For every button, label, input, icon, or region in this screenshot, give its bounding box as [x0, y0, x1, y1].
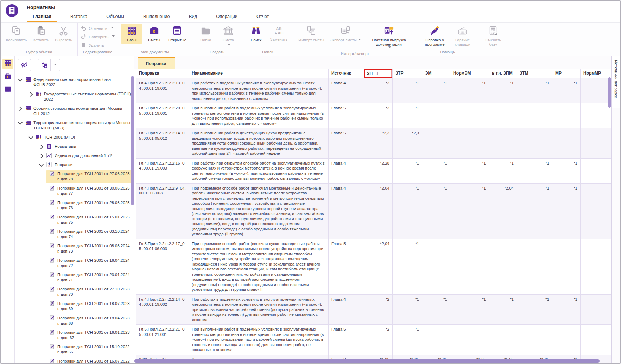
tree-chevron-icon[interactable]: [39, 162, 44, 167]
tree-item[interactable]: Нормативы: [36, 142, 133, 151]
column-header-mr[interactable]: МР: [552, 69, 581, 78]
tree-scrollbar-thumb[interactable]: [131, 76, 134, 205]
table-row[interactable]: Гл.5.Прил.2.2.п.2.2.14_05 .00.01.05.012 …: [136, 128, 611, 159]
tab-glavnaya[interactable]: Главная: [23, 11, 61, 22]
tree-item-label: Поправки для ТСН-2001 от 08.08.2024 г. д…: [57, 243, 132, 254]
export-estimate-button[interactable]: Экспорт сметы: [328, 24, 363, 44]
vertical-scrollbar-thumb[interactable]: [608, 77, 611, 108]
app-title: Нормативы: [27, 5, 55, 10]
paste-button[interactable]: Вставить: [30, 24, 52, 44]
tree-item[interactable]: Поправки для ТСН-2001 от 03.10.2024 г. д…: [46, 228, 133, 241]
tree-item[interactable]: Сборник стоимостных нормативов для Москв…: [15, 104, 133, 118]
redo-caret-icon[interactable]: [112, 35, 115, 38]
column-header-zp[interactable]: ЗП: [364, 69, 393, 78]
tree-item[interactable]: Территориальные сметные нормативы для Мо…: [15, 119, 133, 132]
tree-item[interactable]: Федеральная сметная нормативная база ФСН…: [15, 76, 133, 89]
column-header-ztr[interactable]: ЗТР: [393, 69, 422, 78]
redo-button[interactable]: Повторить: [81, 33, 115, 40]
tree-chevron-icon[interactable]: [18, 120, 23, 126]
undo-button[interactable]: Отменить: [81, 25, 115, 32]
tree-item[interactable]: Поправки для ТСН-2001 от 16.01.2023 г. д…: [46, 328, 133, 342]
tree-item[interactable]: Поправки для ТСН-2001 от 23.01.2024 г. д…: [46, 271, 133, 284]
column-header-em[interactable]: ЭМ: [422, 69, 450, 78]
tree-item[interactable]: Поправки для ТСН-2001 от 15.07.2022 г. д…: [46, 357, 133, 363]
tree-item[interactable]: Поправки для ТСН-2001 от 08.08.2024 г. д…: [46, 242, 133, 255]
tab-operacii[interactable]: Операции: [207, 11, 247, 22]
replace-button[interactable]: AB↳AC Заменить: [268, 24, 290, 43]
search-button[interactable]: Поиск: [245, 24, 267, 44]
export-estimate-caret-icon[interactable]: [358, 39, 361, 42]
tree-item[interactable]: Поправки для ТСН-2001 от 27.10.2023 г. д…: [46, 285, 133, 299]
copy-button[interactable]: Копировать: [4, 24, 29, 44]
batch-export-caret-icon[interactable]: [388, 46, 391, 50]
hide-items-button[interactable]: [18, 59, 31, 71]
cell-normmr: [581, 158, 611, 183]
estimates-button[interactable]: Сметы: [143, 24, 165, 44]
tree-item[interactable]: Поправки для ТСН-2001 от 28.03.2025 г. д…: [46, 199, 133, 212]
tree-item[interactable]: Поправки для ТСН-2001 от 18.07.2023 г. д…: [46, 300, 133, 313]
strip-estimates-button[interactable]: [2, 72, 13, 82]
table-row[interactable]: Гл.4.Прил.2.2.п.2.2.15_04 .00.01.19.003 …: [136, 158, 611, 183]
column-header-normem[interactable]: НормЭМ: [450, 69, 489, 78]
hotkeys-button[interactable]: Горячие клавиши: [450, 24, 475, 48]
column-header-ztm[interactable]: ЗТМ: [517, 69, 552, 78]
tree-item[interactable]: Поправки для ТСН-2001 от 30.06.2025 г. д…: [46, 184, 133, 198]
delete-button[interactable]: Удалить: [81, 42, 115, 49]
tree-chevron-icon[interactable]: [18, 77, 23, 82]
column-header-normmr[interactable]: НормМР: [581, 69, 611, 78]
new-estimate-button[interactable]: Смета: [217, 24, 239, 48]
tab-vstavka[interactable]: Вставка: [61, 11, 97, 22]
table-row[interactable]: Гл.4.Прил.2.2.п.2.2.13_04 .00.01.19.001 …: [136, 78, 611, 103]
tree-item[interactable]: Индексы для дополнений 1-72: [36, 152, 133, 160]
cell-istochnik: Глава 5: [329, 128, 364, 159]
tree-item[interactable]: Поправки для ТСН-2001 от 16.04.2024 г. д…: [46, 256, 133, 270]
column-header-istochnik[interactable]: Источник: [329, 69, 364, 78]
open-documents-button[interactable]: Открытые: [166, 24, 189, 44]
cell-ztm: [517, 239, 552, 294]
corrections-table-body: Гл.4.Прил.2.2.п.2.2.13_04 .00.01.19.001 …: [136, 78, 611, 364]
tree-item[interactable]: Поправки для ТСН-2001 от 15.01.2025 г. д…: [46, 213, 133, 226]
tree-item[interactable]: Поправки для ТСН-2001 от 15.10.2022 г. д…: [46, 343, 133, 356]
column-header-popravka[interactable]: Поправка: [136, 69, 189, 78]
tree-item[interactable]: ТСН-2001 (МГЭ): [25, 133, 133, 141]
strip-bases-button[interactable]: [2, 59, 13, 69]
import-estimate-button[interactable]: Импорт сметы: [296, 24, 327, 44]
sources-panel-tab[interactable]: Источники поправок: [612, 56, 620, 108]
table-row[interactable]: Гл.5.Прил.2.2.п.2.2.21_05 .00.01.21.001 …: [136, 325, 611, 355]
tab-otchet[interactable]: Отчет: [247, 11, 279, 22]
tab-vypolnenie[interactable]: Выполнение: [134, 11, 179, 22]
undo-caret-icon[interactable]: [111, 27, 114, 30]
table-row[interactable]: Гл.5.Прил.2.2.п.2.2.17_05 .00.01.06.003 …: [136, 239, 611, 294]
tree-item[interactable]: Поправки: [36, 161, 133, 169]
cell-mr: *1: [552, 158, 581, 183]
tree-layout-main-button[interactable]: [38, 59, 51, 71]
strip-open-docs-button[interactable]: [2, 85, 13, 95]
cut-button[interactable]: Вырезать: [52, 24, 75, 44]
tree-chevron-icon[interactable]: [39, 144, 44, 149]
tab-popravki[interactable]: Поправки: [138, 57, 175, 69]
table-row[interactable]: Гл.4.Прил.2.2.п.2.2.9_04. 00.01.06.003 П…: [136, 183, 611, 239]
tree-chevron-icon[interactable]: [39, 153, 44, 158]
tree-item[interactable]: Государственные сметные нормативы (ГЭСН)…: [25, 90, 133, 103]
about-button[interactable]: Справка о программе: [420, 24, 450, 48]
tree-item[interactable]: Поправки для ТСН-2001 от 27.08.2025 г. д…: [46, 170, 133, 183]
horizontal-scrollbar[interactable]: [134, 359, 600, 363]
tab-obyomy[interactable]: Объёмы: [97, 11, 134, 22]
table-row[interactable]: Гл.5.Прил.2.2.п.2.2.20_05 .00.01.19.001 …: [136, 103, 611, 128]
tree-item[interactable]: Поправки для ТСН-2001 от 18.04.2023 г. д…: [46, 314, 133, 327]
group-help: Справка о программе Горячие клавиши Помо…: [417, 23, 478, 56]
tree-chevron-icon[interactable]: [28, 135, 34, 140]
column-header-vtch-zpm[interactable]: в т.ч. ЗПМ: [489, 69, 517, 78]
new-folder-button[interactable]: Папка: [195, 24, 217, 44]
tree-chevron-icon[interactable]: [28, 91, 34, 97]
cell-zp: *2: [364, 294, 393, 325]
new-estimate-caret-icon[interactable]: [228, 44, 230, 47]
switch-base-button[interactable]: Сменить базу: [481, 24, 506, 48]
tab-vid[interactable]: Вид: [179, 11, 207, 22]
tree-layout-caret[interactable]: [51, 59, 60, 71]
table-row[interactable]: Гл.4.Прил.2.2.п.2.2.14_04 .00.01.19.002 …: [136, 294, 611, 325]
column-header-naimenovanie[interactable]: Наименование: [189, 69, 329, 78]
batch-export-button[interactable]: Пакетная выгрузка документации: [364, 24, 414, 51]
tree-chevron-icon[interactable]: [18, 106, 23, 111]
bases-button[interactable]: Базы: [121, 24, 142, 44]
